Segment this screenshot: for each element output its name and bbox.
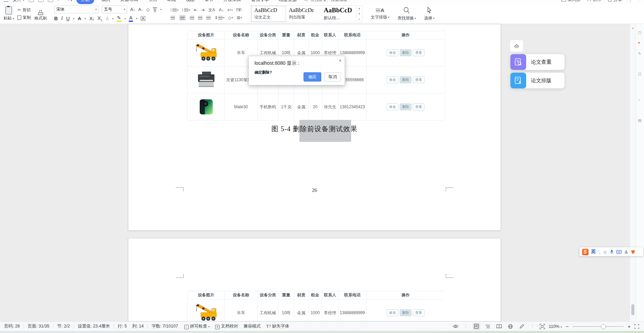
edit-chip[interactable]: 修改 <box>387 309 398 316</box>
file-menu[interactable]: 文件 ▾ <box>13 0 24 3</box>
sync-status[interactable]: 未同步 <box>561 0 581 3</box>
find-replace-button[interactable]: 查找替换▾ <box>397 7 416 21</box>
borders-button[interactable]: ⊞▾ <box>237 15 242 20</box>
view-chip[interactable]: 查看 <box>413 76 424 83</box>
superscript-button[interactable]: X2 <box>89 16 94 21</box>
align-left-button[interactable] <box>171 16 175 20</box>
ime-toolbar[interactable]: S 英 ’, ☺ <box>580 247 643 256</box>
sort-button[interactable]: A↓ <box>219 8 224 12</box>
fit-page-button[interactable] <box>540 324 545 329</box>
command-search[interactable] <box>304 0 362 2</box>
share-button[interactable]: 分享 <box>608 0 622 3</box>
thesis-check-button[interactable]: 论文查重 <box>510 54 565 70</box>
redo-icon[interactable]: ↷ ▾ <box>66 0 72 2</box>
tab-member[interactable]: 会员专享 <box>248 0 272 3</box>
delete-chip[interactable]: 删除 <box>400 103 411 110</box>
close-icon[interactable]: × <box>339 58 342 63</box>
increase-font-button[interactable]: A+ <box>130 7 135 12</box>
delete-chip[interactable]: 删除 <box>400 49 411 56</box>
delete-chip[interactable]: 删除 <box>400 76 411 83</box>
tab-album[interactable]: 相册资源 <box>276 0 299 3</box>
rail-tool-icon[interactable]: ✎ <box>638 51 641 56</box>
skin-shirt-icon[interactable] <box>631 250 635 254</box>
collapse-panel-button[interactable] <box>510 40 523 52</box>
thesis-layout-button[interactable]: A 论文排版 <box>510 73 565 88</box>
missing-font-button[interactable]: T? 缺失字体 <box>266 323 289 329</box>
tab-references[interactable]: 引用 <box>145 0 160 3</box>
increase-indent-icon[interactable]: ⇥ <box>201 8 205 12</box>
tab-view[interactable]: 视图 <box>183 0 197 3</box>
font-family-select[interactable]: 宋体▾ <box>54 5 99 13</box>
select-button[interactable]: 选择▾ <box>424 7 434 21</box>
scroll-up-icon[interactable]: ▲ <box>630 27 636 29</box>
save-icon[interactable] <box>29 0 34 2</box>
ink-pen-button[interactable] <box>518 323 525 330</box>
sogou-logo-icon[interactable]: S <box>582 249 589 255</box>
bold-button[interactable]: B <box>54 16 58 21</box>
cancel-button[interactable]: 取消 <box>324 72 341 82</box>
vertical-scrollbar[interactable]: ▲ <box>630 24 636 321</box>
text-effects-button[interactable]: A <box>106 16 109 21</box>
zoom-level[interactable]: 110% ▾ <box>549 324 562 329</box>
align-right-button[interactable] <box>190 16 194 20</box>
rail-tool-icon[interactable]: ▤ <box>638 118 641 123</box>
view-chip[interactable]: 查看 <box>413 49 424 56</box>
italic-button[interactable]: I <box>61 16 63 21</box>
edit-chip[interactable]: 修改 <box>387 49 398 56</box>
main-menu-icon[interactable] <box>3 0 8 2</box>
tabs-ruler-icon[interactable] <box>236 9 242 11</box>
format-painter-button[interactable]: 格式刷 <box>34 10 47 21</box>
zoom-out-button[interactable]: − <box>566 323 569 329</box>
decrease-font-button[interactable]: A− <box>138 7 143 12</box>
tab-developer[interactable]: 开发工具 <box>221 0 244 3</box>
spell-check-toggle[interactable]: ✓拼写检查 ▾ <box>184 323 210 329</box>
bullet-list-button[interactable]: ▾ <box>171 8 178 12</box>
user-icon[interactable] <box>624 250 628 254</box>
subscript-button[interactable]: X2 <box>97 15 102 22</box>
text-typeset-button[interactable]: A 文字排版▾ <box>371 7 389 20</box>
delete-chip[interactable]: 删除 <box>400 309 411 316</box>
copy-button[interactable]: 复制 <box>17 15 31 21</box>
tab-home[interactable]: 开始 <box>76 0 94 4</box>
paste-button[interactable]: 粘贴 ▾ <box>3 7 14 21</box>
show-marks-button[interactable]: ↩▾ <box>227 8 233 12</box>
underline-button[interactable]: U <box>66 16 70 21</box>
outline-view-button[interactable] <box>484 323 492 330</box>
eye-protect-icon[interactable] <box>453 324 459 329</box>
emoji-icon[interactable]: ☺ <box>603 250 607 254</box>
character-border-button[interactable]: A <box>141 16 145 21</box>
scrollbar-thumb[interactable] <box>631 304 634 315</box>
distribute-button[interactable] <box>206 16 211 20</box>
ok-button[interactable]: 确定 <box>304 72 321 82</box>
font-color-button[interactable]: A <box>129 15 132 22</box>
style-card-list-paragraph[interactable]: AaBbCcDc 列出段落 <box>286 6 321 22</box>
style-scroll-up-icon[interactable]: ▲ <box>358 7 361 10</box>
view-chip[interactable]: 查看 <box>413 103 424 110</box>
zoom-slider[interactable] <box>572 326 624 327</box>
shading-button[interactable]: ◇▾ <box>228 15 233 20</box>
rail-tool-icon[interactable]: ☷ <box>638 72 641 76</box>
font-size-select[interactable]: 五号▾ <box>102 5 127 13</box>
asian-layout-button[interactable]: 文A <box>208 7 215 13</box>
document-page-2[interactable]: 设备图片设备名称设备分类重量材质租金联系人联系电话操作 <box>128 238 501 321</box>
decrease-indent-icon[interactable]: ⇤ <box>194 8 197 12</box>
clear-format-icon[interactable]: ◇ <box>146 7 150 12</box>
page-view-button[interactable] <box>473 323 480 330</box>
print-icon[interactable] <box>38 0 44 2</box>
zoom-in-button[interactable]: + <box>628 323 631 329</box>
tab-insert[interactable]: 插入 <box>99 0 113 3</box>
cut-button[interactable]: ✂ 剪切 <box>17 7 31 13</box>
document-page-1[interactable]: 设备图片 设备名称 设备分类 重量 材质 租金 联系人 联系电话 操作 <box>128 24 501 231</box>
undo-icon[interactable]: ↶ <box>58 0 61 2</box>
style-gallery-expand-icon[interactable]: ≡ <box>358 18 360 21</box>
highlight-color-button[interactable]: ✎ <box>117 15 121 22</box>
pinyin-convert-button[interactable]: wén文 <box>153 7 157 12</box>
doc-proof-toggle[interactable]: ✕文档校对 <box>215 323 238 329</box>
edit-chip[interactable]: 修改 <box>387 103 398 110</box>
rail-tool-icon[interactable]: ● <box>638 40 640 45</box>
tab-section[interactable]: 章节 <box>202 0 216 3</box>
preview-icon[interactable] <box>48 0 53 2</box>
ime-punctuation-icon[interactable]: ’, <box>598 250 600 254</box>
line-spacing-button[interactable]: ⇕▾ <box>214 15 224 20</box>
style-card-default[interactable]: AaBbCcD 默认段... <box>321 6 356 22</box>
